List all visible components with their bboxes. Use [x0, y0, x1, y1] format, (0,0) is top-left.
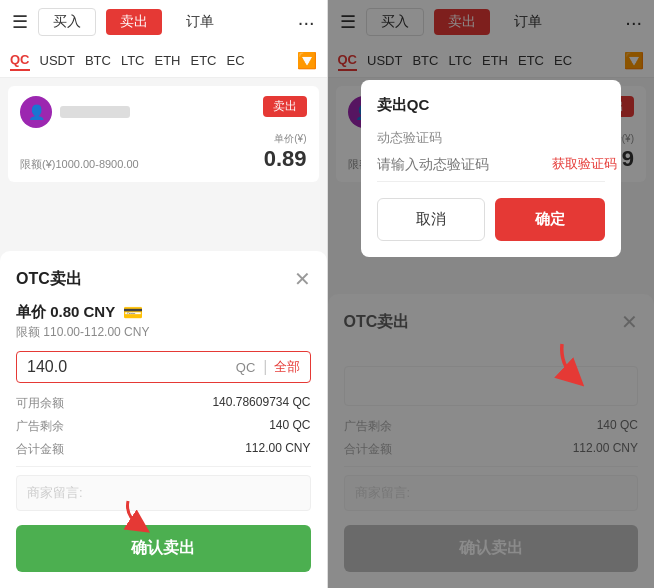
available-label: 可用余额 — [16, 395, 64, 412]
bank-card-icon: 💳 — [123, 303, 143, 322]
divider — [16, 466, 311, 467]
filter-icon[interactable]: 🔽 — [297, 51, 317, 70]
listing-unit-price: 单价(¥) 0.89 — [264, 132, 307, 172]
listing-price-row: 限额(¥)1000.00-8900.00 单价(¥) 0.89 — [20, 132, 307, 172]
ad-remain-row: 广告剩余 140 QC — [16, 418, 311, 435]
ad-remain-value: 140 QC — [269, 418, 310, 435]
arrow-indicator — [120, 496, 170, 540]
tab-eth[interactable]: ETH — [155, 51, 181, 70]
left-panel: ☰ 买入 卖出 订单 ··· QC USDT BTC LTC ETH ETC E… — [0, 0, 327, 588]
otc-price-value: 单价 0.80 CNY — [16, 303, 115, 322]
more-icon[interactable]: ··· — [298, 11, 315, 34]
amount-currency: QC — [236, 360, 256, 375]
amount-input[interactable] — [27, 358, 236, 376]
available-value: 140.78609734 QC — [212, 395, 310, 412]
unit-value: 0.89 — [264, 146, 307, 172]
available-row: 可用余额 140.78609734 QC — [16, 395, 311, 412]
confirm-button[interactable]: 确定 — [495, 198, 605, 241]
left-tab-row: QC USDT BTC LTC ETH ETC EC 🔽 — [0, 44, 327, 78]
tab-btc[interactable]: BTC — [85, 51, 111, 70]
left-top-nav: ☰ 买入 卖出 订单 ··· — [0, 0, 327, 44]
cancel-button[interactable]: 取消 — [377, 198, 485, 241]
right-arrow-indicator — [552, 339, 602, 393]
verify-title: 卖出QC — [377, 96, 605, 115]
otc-limit-text: 限额 110.00-112.00 CNY — [16, 324, 311, 341]
amount-input-row: QC | 全部 — [16, 351, 311, 383]
get-code-button[interactable]: 获取验证码 — [552, 155, 617, 173]
menu-icon[interactable]: ☰ — [12, 11, 28, 33]
verify-label: 动态验证码 — [377, 129, 605, 147]
verify-actions: 取消 确定 — [377, 198, 605, 241]
all-button[interactable]: 全部 — [274, 358, 300, 376]
verify-input-row: 获取验证码 — [377, 155, 605, 182]
tab-usdt[interactable]: USDT — [40, 51, 75, 70]
tab-qc[interactable]: QC — [10, 50, 30, 71]
verify-dialog: 卖出QC 动态验证码 获取验证码 取消 确定 — [361, 80, 621, 257]
ad-remain-label: 广告剩余 — [16, 418, 64, 435]
tab-ltc[interactable]: LTC — [121, 51, 145, 70]
total-value: 112.00 CNY — [245, 441, 310, 458]
sell-button[interactable]: 卖出 — [106, 9, 162, 35]
verify-code-input[interactable] — [377, 156, 552, 172]
otc-price-row: 单价 0.80 CNY 💳 — [16, 303, 311, 322]
modal-overlay: 卖出QC 动态验证码 获取验证码 取消 确定 — [328, 0, 655, 588]
unit-label: 单价(¥) — [264, 132, 307, 146]
listing-limit: 限额(¥)1000.00-8900.00 — [20, 157, 139, 172]
user-name-block — [60, 106, 130, 118]
total-row: 合计金额 112.00 CNY — [16, 441, 311, 458]
close-button[interactable]: ✕ — [294, 267, 311, 291]
tab-ec[interactable]: EC — [227, 51, 245, 70]
otc-header: OTC卖出 ✕ — [16, 267, 311, 291]
avatar: 👤 — [20, 96, 52, 128]
otc-title: OTC卖出 — [16, 269, 82, 290]
listing-card: 👤 卖出 限额(¥)1000.00-8900.00 单价(¥) 0.89 — [8, 86, 319, 182]
order-button[interactable]: 订单 — [172, 9, 228, 35]
tab-etc[interactable]: ETC — [191, 51, 217, 70]
listing-top: 👤 卖出 — [20, 96, 307, 128]
total-label: 合计金额 — [16, 441, 64, 458]
sell-badge: 卖出 — [263, 96, 307, 117]
buy-button[interactable]: 买入 — [38, 8, 96, 36]
right-panel: ☰ 买入 卖出 订单 ··· QC USDT BTC LTC ETH ETC E… — [328, 0, 655, 588]
